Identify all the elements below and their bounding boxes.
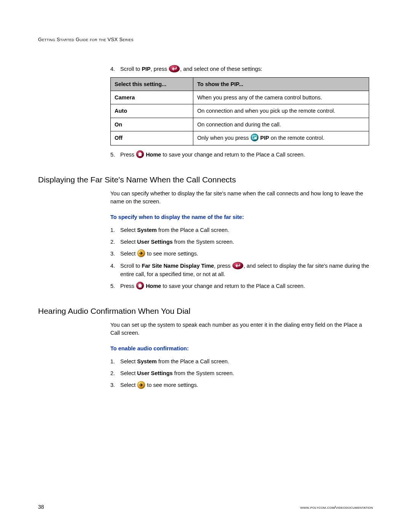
home-icon [136, 150, 144, 158]
bold-text: Far Site Name Display Time [142, 263, 214, 269]
arrow-right-icon [137, 249, 145, 257]
text: from the System screen. [173, 239, 234, 245]
page-header: Getting Started Guide for the VSX Series [38, 37, 373, 42]
text: from the System screen. [173, 370, 234, 376]
text: from the Place a Call screen. [157, 358, 229, 364]
section-heading-audio: Hearing Audio Confirmation When You Dial [38, 307, 373, 316]
step-text: Select to see more settings. [120, 381, 369, 390]
intro-text: You can specify whether to display the f… [110, 190, 369, 206]
list-number: 1. [110, 358, 120, 366]
text: Select [120, 370, 137, 376]
footer-url: www.polycom.com/videodocumentation [300, 505, 373, 510]
section-heading-far-site: Displaying the Far Site's Name When the … [38, 175, 373, 184]
task-heading: To specify when to display the name of t… [110, 214, 369, 220]
step-text: Press Home to save your change and retur… [120, 151, 369, 159]
bold-text: System [137, 358, 157, 364]
text: Only when you press [197, 135, 250, 141]
pip-settings-table: Select this setting... To show the PIP..… [110, 77, 369, 145]
list-number: 5. [110, 282, 120, 291]
table-row: Auto On connection and when you pick up … [111, 104, 369, 118]
step-text: Press Home to save your change and retur… [120, 282, 369, 291]
list-item: 1. Select System from the Place a Call s… [110, 226, 369, 234]
pip-icon [250, 133, 259, 142]
text: Select [120, 251, 137, 257]
table-header: To show the PIP... [193, 77, 369, 91]
step-text: Select User Settings from the System scr… [120, 369, 369, 377]
text: to save your change and return to the Pl… [161, 152, 305, 158]
arrow-right-icon [137, 381, 145, 389]
bold-text: Home [146, 283, 161, 289]
enter-icon [232, 262, 244, 270]
list-number: 2. [110, 238, 120, 246]
text: Press [120, 152, 136, 158]
text: Select [120, 358, 137, 364]
text: , and select one of these settings: [180, 66, 262, 72]
step-text: Select System from the Place a Call scre… [120, 226, 369, 234]
bold-text: PIP [142, 66, 150, 72]
step-text: Select to see more settings. [120, 250, 369, 258]
setting-desc: When you press any of the camera control… [193, 91, 369, 104]
list-number: 3. [110, 250, 120, 258]
list-number: 3. [110, 381, 120, 390]
intro-text: You can set up the system to speak each … [110, 321, 369, 337]
setting-name: Camera [111, 91, 193, 104]
bold-text: User Settings [137, 370, 172, 376]
text: Press [120, 283, 136, 289]
text: Select [120, 239, 137, 245]
step-text: Scroll to Far Site Name Display Time, pr… [120, 262, 369, 278]
list-item: 1. Select System from the Place a Call s… [110, 358, 369, 366]
text: to save your change and return to the Pl… [161, 283, 305, 289]
list-item: 4. Scroll to Far Site Name Display Time,… [110, 262, 369, 278]
text: Scroll to [120, 263, 142, 269]
text: , press [214, 263, 232, 269]
list-item: 2. Select User Settings from the System … [110, 238, 369, 246]
bold-text: Home [146, 152, 161, 158]
text: , press [151, 66, 169, 72]
text: Scroll to [120, 66, 142, 72]
setting-desc: Only when you press PIP on the remote co… [193, 131, 369, 145]
step-text: Select System from the Place a Call scre… [120, 358, 369, 366]
text: to see more settings. [145, 382, 198, 388]
page-number: 38 [38, 504, 44, 510]
list-number: 4. [110, 65, 120, 73]
text: from the Place a Call screen. [157, 227, 229, 233]
setting-name: Off [111, 131, 193, 145]
table-row: Camera When you press any of the camera … [111, 91, 369, 104]
list-number: 1. [110, 226, 120, 234]
text: Select [120, 227, 137, 233]
list-item: 2. Select User Settings from the System … [110, 369, 369, 377]
text: to see more settings. [145, 251, 198, 257]
table-header: Select this setting... [111, 77, 193, 91]
list-item: 3. Select to see more settings. [110, 381, 369, 390]
setting-desc: On connection and when you pick up the r… [193, 104, 369, 118]
step-text: Scroll to PIP, press , and select one of… [120, 65, 369, 73]
enter-icon [169, 65, 180, 73]
bold-text: System [137, 227, 157, 233]
task-heading: To enable audio confirmation: [110, 345, 369, 351]
list-item: 3. Select to see more settings. [110, 250, 369, 258]
text: Select [120, 382, 137, 388]
list-item: 5. Press Home to save your change and re… [110, 282, 369, 291]
setting-desc: On connection and during the call. [193, 118, 369, 131]
list-number: 2. [110, 369, 120, 377]
list-number: 5. [110, 151, 120, 159]
step-4: 4. Scroll to PIP, press , and select one… [110, 65, 369, 73]
step-text: Select User Settings from the System scr… [120, 238, 369, 246]
table-row: On On connection and during the call. [111, 118, 369, 131]
setting-name: Auto [111, 104, 193, 118]
text: on the remote control. [269, 135, 324, 141]
home-icon [136, 281, 144, 290]
step-5: 5. Press Home to save your change and re… [110, 151, 369, 159]
setting-name: On [111, 118, 193, 131]
table-header-row: Select this setting... To show the PIP..… [111, 77, 369, 91]
svg-rect-3 [254, 137, 256, 139]
page-footer: 38 www.polycom.com/videodocumentation [38, 504, 373, 510]
bold-text: User Settings [137, 239, 172, 245]
table-row: Off Only when you press PIP on the remot… [111, 131, 369, 145]
bold-text: PIP [260, 135, 269, 141]
list-number: 4. [110, 262, 120, 278]
